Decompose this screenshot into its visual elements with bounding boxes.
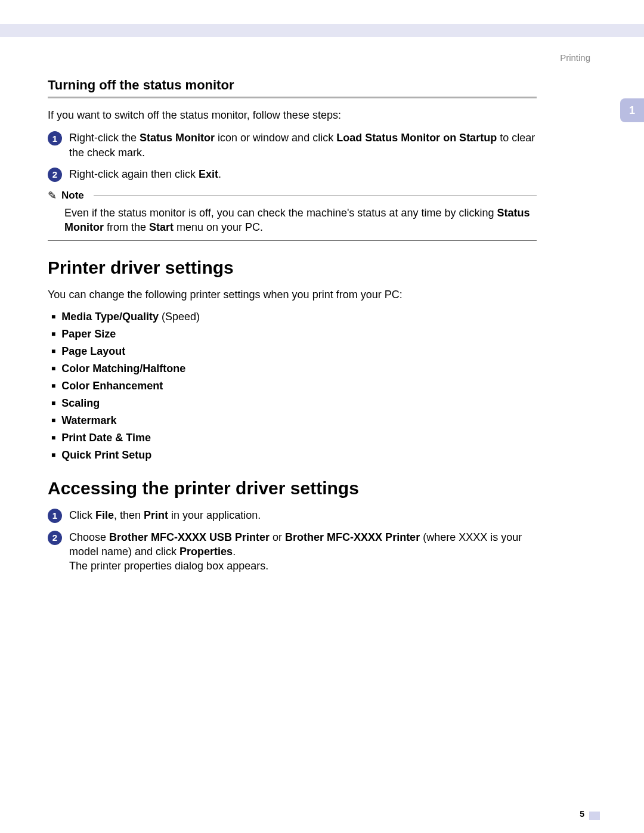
bold: Print Date & Time	[61, 432, 151, 444]
step-badge-1: 1	[48, 131, 62, 145]
note-header: ✎ Note	[48, 189, 537, 202]
list-item: Page Layout	[51, 345, 537, 358]
subsection-rule	[48, 97, 537, 98]
settings-list: Media Type/Quality (Speed) Paper Size Pa…	[48, 311, 537, 462]
list-item: Color Matching/Halftone	[51, 363, 537, 375]
bold: Brother MFC-XXXX USB Printer	[109, 531, 270, 543]
text: (Speed)	[159, 311, 200, 323]
bold: Brother MFC-XXXX Printer	[285, 531, 420, 543]
step-badge-1: 1	[48, 509, 62, 523]
bold: Status Monitor	[140, 132, 215, 144]
text: Choose	[69, 531, 109, 543]
access-step-2: 2 Choose Brother MFC-XXXX USB Printer or…	[48, 530, 537, 574]
text: Click	[69, 509, 95, 521]
chapter-tab: 1	[620, 98, 644, 122]
text: icon or window and click	[215, 132, 336, 144]
note-label: Note	[61, 190, 84, 202]
text: , then	[114, 509, 144, 521]
step-1: 1 Right-click the Status Monitor icon or…	[48, 131, 537, 160]
text: Right-click the	[69, 132, 140, 144]
page-content: Turning off the status monitor If you wa…	[48, 78, 537, 581]
bold: Page Layout	[61, 345, 125, 357]
step-badge-2: 2	[48, 531, 62, 545]
section-title-accessing: Accessing the printer driver settings	[48, 478, 537, 498]
bold: Paper Size	[61, 328, 116, 340]
step-1-text: Right-click the Status Monitor icon or w…	[69, 131, 537, 160]
list-item: Media Type/Quality (Speed)	[51, 311, 537, 323]
section2-intro: You can change the following printer set…	[48, 287, 537, 302]
page-number-bar	[589, 812, 600, 820]
bold: Start	[149, 221, 174, 233]
text: menu on your PC.	[174, 221, 263, 233]
bold: Quick Print Setup	[61, 449, 151, 461]
subsection-title-turning-off: Turning off the status monitor	[48, 78, 537, 93]
text: or	[270, 531, 285, 543]
document-page: Printing 1 Turning off the status monito…	[0, 0, 644, 833]
access-step-2-text: Choose Brother MFC-XXXX USB Printer or B…	[69, 530, 537, 574]
access-step-1: 1 Click File, then Print in your applica…	[48, 508, 537, 523]
header-band	[0, 24, 644, 37]
text: Even if the status monitor is off, you c…	[64, 207, 497, 219]
step-badge-2: 2	[48, 168, 62, 182]
text: .	[233, 546, 236, 558]
chapter-number: 1	[629, 104, 635, 117]
access-step-1-text: Click File, then Print in your applicati…	[69, 508, 261, 523]
step-2: 2 Right-click again then click Exit.	[48, 167, 537, 182]
note-rule-bottom	[48, 240, 537, 241]
bold: File	[95, 509, 114, 521]
text: Right-click again then click	[69, 168, 199, 180]
step-2-text: Right-click again then click Exit.	[69, 167, 221, 182]
bold: Color Enhancement	[61, 380, 163, 392]
bold: Print	[144, 509, 168, 521]
note-callout: ✎ Note Even if the status monitor is off…	[48, 189, 537, 241]
bold: Load Status Monitor on Startup	[336, 132, 497, 144]
intro-paragraph: If you want to switch off the status mon…	[48, 108, 537, 122]
page-number: 5	[580, 809, 584, 819]
list-item: Watermark	[51, 414, 537, 427]
bold: Properties	[179, 546, 233, 558]
note-rule-top	[94, 196, 537, 196]
list-item: Scaling	[51, 397, 537, 410]
note-body: Even if the status monitor is off, you c…	[48, 202, 537, 241]
list-item: Paper Size	[51, 328, 537, 340]
bold: Scaling	[61, 397, 100, 409]
list-item: Color Enhancement	[51, 380, 537, 392]
text: The printer properties dialog box appear…	[69, 560, 268, 572]
bold: Media Type/Quality	[61, 311, 159, 323]
list-item: Print Date & Time	[51, 432, 537, 444]
list-item: Quick Print Setup	[51, 449, 537, 462]
running-header: Printing	[560, 52, 590, 63]
text: in your application.	[168, 509, 261, 521]
bold: Exit	[199, 168, 218, 180]
section-title-printer-driver-settings: Printer driver settings	[48, 258, 537, 278]
bold: Color Matching/Halftone	[61, 363, 185, 374]
note-icon: ✎	[48, 189, 57, 202]
text: from the	[104, 221, 149, 233]
bold: Watermark	[61, 414, 116, 426]
text: .	[218, 168, 221, 180]
